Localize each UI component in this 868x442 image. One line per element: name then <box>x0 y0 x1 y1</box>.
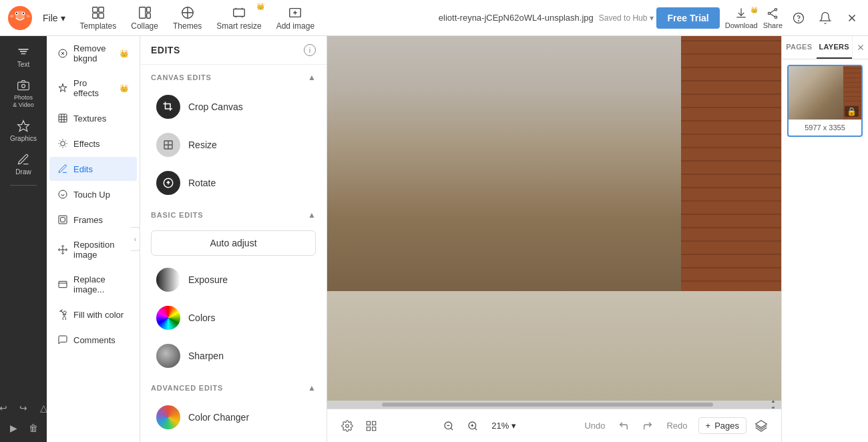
undo-button[interactable]: Undo <box>579 418 610 433</box>
sidebar-divider <box>10 185 37 186</box>
topbar-center: eliott-reyna-jCEpN62oWL4-unsplash.jpg Sa… <box>439 13 654 23</box>
close-button[interactable] <box>841 7 863 29</box>
zoom-out-button[interactable] <box>439 417 458 435</box>
svg-rect-31 <box>61 218 65 222</box>
help-button[interactable] <box>788 7 809 29</box>
canvas-bottombar-right: Undo Redo + Pages <box>579 417 771 435</box>
comments-label: Comments <box>73 335 116 345</box>
remove-bkgnd-label: Remove bkgnd <box>73 43 113 63</box>
nav-smart-resize[interactable]: 👑 Smart resize <box>210 1 268 35</box>
left-panel-reposition-image[interactable]: Reposition image <box>49 233 137 266</box>
left-panel-effects[interactable]: Effects <box>49 132 137 156</box>
download-action[interactable]: 👑 Download <box>725 7 758 29</box>
svg-rect-38 <box>373 421 376 425</box>
svg-rect-16 <box>234 9 245 16</box>
edits-header: EDITS i <box>140 36 327 65</box>
left-panel-frames[interactable]: Frames <box>49 208 137 232</box>
settings-button[interactable] <box>338 417 357 435</box>
edit-item-sharpen[interactable]: Sharpen <box>146 337 321 375</box>
undo-redo-group: Undo Redo <box>579 418 692 434</box>
effects-label: Effects <box>73 139 100 149</box>
edit-item-clone[interactable]: Clone <box>146 437 321 442</box>
svg-rect-10 <box>93 13 97 17</box>
edit-item-colors[interactable]: Colors <box>146 299 321 337</box>
scrollbar-thumb-h[interactable] <box>382 403 713 407</box>
edits-panel-title: EDITS <box>151 45 180 55</box>
edit-item-crop-canvas[interactable]: Crop Canvas <box>146 88 321 126</box>
advanced-edits-chevron-icon: ▲ <box>308 383 316 393</box>
share-action[interactable]: Share <box>763 7 783 29</box>
exposure-icon <box>156 268 180 292</box>
download-label: Download <box>725 21 758 29</box>
edits-body: CANVAS EDITS ▲ Crop Canvas Resize Ro <box>140 65 327 442</box>
left-panel-edits[interactable]: Edits <box>49 157 137 181</box>
sidebar-item-draw[interactable]: Draw <box>3 149 43 180</box>
svg-marker-25 <box>18 120 29 131</box>
resize-label: Resize <box>188 140 217 150</box>
left-panel-textures[interactable]: Textures <box>49 106 137 130</box>
remove-bkgnd-crown-icon: 👑 <box>120 49 129 58</box>
undo-tool[interactable]: ↩ <box>0 399 12 417</box>
pages-button[interactable]: + Pages <box>698 417 746 434</box>
svg-rect-37 <box>367 421 370 425</box>
edits-info-button[interactable]: i <box>304 44 316 56</box>
pages-label: Pages <box>714 421 739 431</box>
left-panel-comments[interactable]: Comments <box>49 328 137 352</box>
canvas-wrapper[interactable] <box>327 36 781 401</box>
svg-rect-13 <box>146 7 150 11</box>
basic-edits-section-header[interactable]: BASIC EDITS ▲ <box>140 202 327 225</box>
sidebar-item-graphics[interactable]: Graphics <box>3 116 43 146</box>
nav-templates[interactable]: Templates <box>73 1 124 35</box>
file-menu[interactable]: File ▾ <box>37 10 71 26</box>
play-tool[interactable]: ▶ <box>5 419 22 437</box>
canvas-bottombar-left <box>338 417 381 435</box>
edit-item-resize[interactable]: Resize <box>146 126 321 164</box>
redo-arrow-button[interactable] <box>637 418 658 434</box>
delete-tool[interactable]: 🗑 <box>25 419 42 437</box>
thumbnail-card[interactable]: 🔒 5977 x 3355 <box>787 65 863 137</box>
notification-button[interactable] <box>815 7 836 29</box>
redo-button[interactable]: Redo <box>661 418 692 433</box>
fill-with-color-label: Fill with color <box>73 310 124 320</box>
zoom-level-display[interactable]: 21% ▾ <box>487 418 520 433</box>
left-panel-fill-with-color[interactable]: Fill with color <box>49 302 137 326</box>
advanced-edits-section-header[interactable]: ADVANCED EDITS ▲ <box>140 375 327 398</box>
sidebar-item-text[interactable]: Text <box>3 41 43 72</box>
nav-templates-label: Templates <box>80 21 117 31</box>
nav-themes-label: Themes <box>173 21 202 31</box>
edit-item-color-changer[interactable]: Color Changer <box>146 399 321 436</box>
undo-arrow-button[interactable] <box>613 418 634 434</box>
tab-layers[interactable]: LAYERS <box>817 36 852 59</box>
edit-item-exposure[interactable]: Exposure <box>146 261 321 298</box>
canvas-bottombar: 21% ▾ Undo Redo <box>327 409 781 442</box>
left-panel-pro-effects[interactable]: Pro effects 👑 <box>49 71 137 105</box>
svg-rect-11 <box>99 13 103 17</box>
color-changer-icon <box>156 405 180 429</box>
transform-button[interactable] <box>362 417 381 435</box>
left-panel: Remove bkgnd 👑 Pro effects 👑 Textures Ef… <box>47 36 140 442</box>
left-panel-touch-up[interactable]: Touch Up <box>49 182 137 206</box>
redo-tool[interactable]: ↪ <box>15 399 32 417</box>
canvas-edits-section-header[interactable]: CANVAS EDITS ▲ <box>140 65 327 87</box>
sidebar-item-photos-video[interactable]: Photos& Video <box>3 75 43 113</box>
layers-button[interactable] <box>752 417 771 435</box>
app-logo[interactable] <box>5 6 35 30</box>
tab-pages[interactable]: PAGES <box>782 36 817 59</box>
right-panel-close-button[interactable] <box>852 36 868 59</box>
crop-canvas-label: Crop Canvas <box>188 101 243 112</box>
edit-item-rotate[interactable]: Rotate <box>146 164 321 202</box>
nav-add-image[interactable]: Add image <box>270 1 321 35</box>
free-trial-button[interactable]: Free Trial <box>656 7 719 29</box>
canvas-scrollbar-h[interactable]: ▲ ▼ <box>327 401 781 409</box>
thumbnail-lock-icon: 🔒 <box>845 106 859 117</box>
zoom-in-button[interactable] <box>463 417 482 435</box>
nav-collage[interactable]: Collage <box>124 1 165 35</box>
left-panel-replace-image[interactable]: Replace image... <box>49 268 137 301</box>
left-panel-remove-bkgnd[interactable]: Remove bkgnd 👑 <box>49 37 137 70</box>
resize-icon <box>156 133 180 157</box>
right-panel-tabs: PAGES LAYERS <box>782 36 868 59</box>
nav-themes[interactable]: Themes <box>166 1 208 35</box>
auto-adjust-button[interactable]: Auto adjust <box>151 230 316 256</box>
left-panel-toggle[interactable]: ‹ <box>131 227 140 251</box>
pro-effects-crown-icon: 👑 <box>120 84 129 93</box>
